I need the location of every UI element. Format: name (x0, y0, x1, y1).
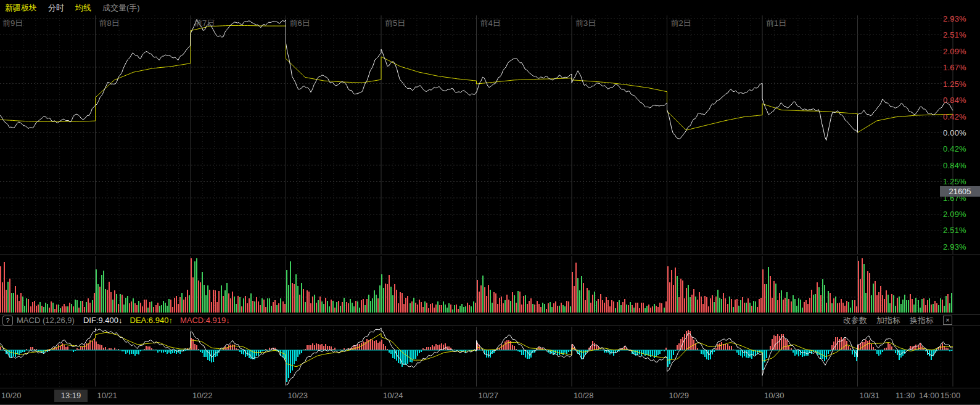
cursor-time-badge: 13:19 (54, 390, 88, 402)
date-label: 10/29 (669, 391, 690, 400)
macd-dea-value: DEA:6.940↑ (130, 316, 173, 325)
add-indicator-button[interactable]: 加指标 (876, 315, 900, 326)
date-label: 10/27 (479, 391, 499, 400)
chart-canvas[interactable] (0, 0, 980, 405)
date-label: 10/28 (574, 391, 594, 400)
macd-macd-value: MACD:4.919↓ (180, 316, 230, 325)
close-icon[interactable]: × (943, 316, 952, 325)
date-label: 10/20 (1, 391, 22, 400)
intraday-time-label: 14:00 (919, 391, 939, 400)
intraday-time-label: 15:00 (941, 391, 961, 400)
grid-lines (0, 15, 980, 387)
stock-app-window: 新疆板块 分时 均线 成交量(手) 前9日前8日前7日前6日前5日前4日前3日前… (0, 0, 980, 405)
time-axis: 13:19 10/2010/2110/2210/2310/2410/2710/2… (0, 388, 980, 404)
date-label: 10/21 (97, 391, 118, 400)
macd-toolbar: ? MACD (12,26,9) DIF:9.400↓ DEA:6.940↑ M… (0, 314, 980, 326)
switch-indicator-button[interactable]: 换指标 (910, 315, 934, 326)
date-label: 10/24 (383, 391, 403, 400)
help-icon[interactable]: ? (2, 316, 13, 325)
cursor-value-badge: 21605 (940, 186, 980, 197)
date-label: 10/31 (860, 391, 880, 400)
date-label: 10/23 (288, 391, 308, 400)
date-label: 10/30 (764, 391, 784, 400)
macd-dif-value: DIF:9.400↓ (83, 316, 123, 325)
change-params-button[interactable]: 改参数 (843, 315, 867, 326)
macd-buttons-group: 改参数 加指标 换指标 × (843, 315, 980, 326)
date-label: 10/22 (192, 391, 213, 400)
intraday-time-label: 11:30 (896, 391, 915, 400)
macd-indicator-name: MACD (12,26,9) (17, 316, 75, 325)
